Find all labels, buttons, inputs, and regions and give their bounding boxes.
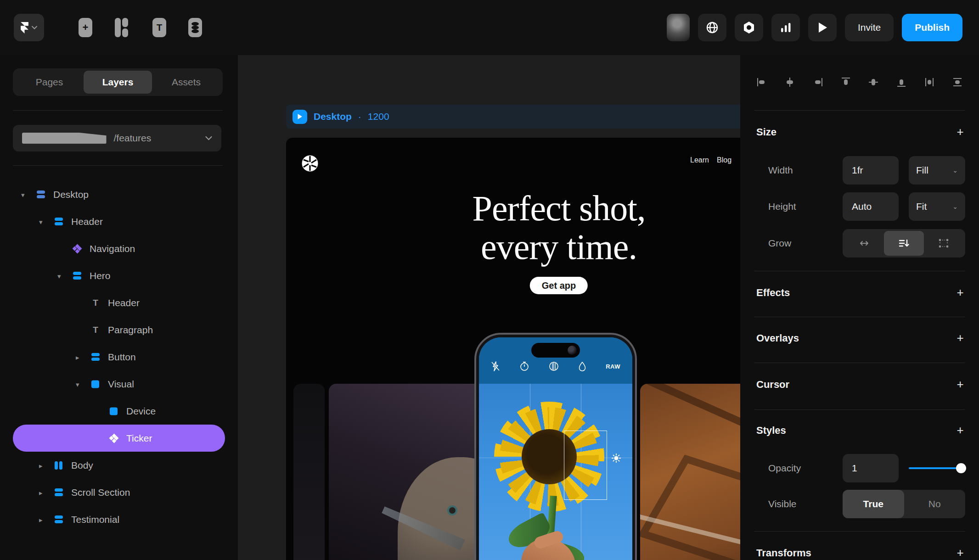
divider	[754, 110, 965, 111]
page-selector[interactable]: /features	[13, 125, 221, 151]
bird-eye-shape	[447, 505, 457, 515]
divider	[754, 317, 965, 317]
transforms-add-button[interactable]: +	[955, 548, 965, 558]
overlays-section-title: Overlays	[756, 332, 799, 344]
grow-segmented-control	[843, 229, 965, 258]
grow-horizontal-option[interactable]	[844, 231, 884, 256]
expand-chevron-icon[interactable]: ▾	[57, 272, 61, 279]
layer-row-scroll-section[interactable]: ▸ Scroll Section	[13, 479, 225, 506]
height-mode-select[interactable]: Fit⌄	[909, 192, 965, 221]
layer-row-paragraph[interactable]: T Paragraph	[13, 316, 225, 343]
publish-button[interactable]: Publish	[902, 14, 962, 41]
frame-preview-chip[interactable]	[293, 110, 307, 124]
left-sidebar: Pages Layers Assets /features ▾ Desktop …	[0, 55, 238, 560]
expand-chevron-icon[interactable]: ▾	[39, 218, 43, 225]
grow-label: Grow	[768, 238, 791, 249]
layout-tool-button[interactable]	[114, 18, 128, 37]
cms-tool-button[interactable]	[188, 18, 202, 37]
divider	[754, 531, 965, 532]
framer-menu-button[interactable]	[14, 14, 44, 41]
layer-row-visual[interactable]: ▾ Visual	[13, 370, 225, 398]
raw-toggle[interactable]: RAW	[606, 363, 620, 370]
align-center-vertical-icon[interactable]	[868, 77, 878, 87]
tab-assets[interactable]: Assets	[152, 71, 220, 94]
device-phone-mockup[interactable]: RAW	[474, 333, 637, 560]
ticker-image-edge[interactable]	[293, 384, 325, 560]
layer-row-ticker-selected[interactable]: Ticker	[13, 425, 225, 452]
grow-stack-option-selected[interactable]	[884, 231, 923, 256]
visible-toggle: True No	[843, 490, 965, 518]
expand-chevron-icon[interactable]: ▾	[21, 191, 25, 198]
preview-button[interactable]	[808, 14, 837, 41]
get-app-button[interactable]: Get app	[530, 277, 588, 294]
opacity-label: Opacity	[768, 463, 801, 474]
stack-layer-icon	[55, 488, 63, 497]
tab-layers[interactable]: Layers	[84, 71, 152, 94]
styles-add-button[interactable]: +	[955, 425, 965, 435]
layer-row-navigation[interactable]: Navigation	[13, 235, 225, 262]
expand-chevron-icon[interactable]: ▾	[76, 381, 79, 387]
user-avatar[interactable]	[667, 14, 690, 41]
align-left-icon[interactable]	[757, 77, 767, 87]
overlays-add-button[interactable]: +	[955, 333, 965, 343]
flash-off-icon[interactable]	[491, 361, 500, 371]
distribute-horizontal-icon[interactable]	[924, 77, 934, 87]
nav-link-learn[interactable]: Learn	[690, 156, 709, 164]
plugins-button[interactable]	[735, 14, 763, 41]
divider	[754, 409, 965, 410]
width-input[interactable]: 1fr	[843, 156, 899, 185]
layer-row-header[interactable]: ▾ Header	[13, 208, 225, 235]
align-top-icon[interactable]	[841, 77, 851, 87]
opacity-slider-knob[interactable]	[956, 463, 966, 473]
site-settings-button[interactable]	[698, 14, 726, 41]
size-add-button[interactable]: +	[955, 127, 965, 137]
water-drop-icon[interactable]	[578, 361, 586, 371]
frame-width-value: 1200	[368, 111, 389, 122]
layer-row-button[interactable]: ▸ Button	[13, 343, 225, 370]
effects-add-button[interactable]: +	[955, 287, 965, 297]
align-right-icon[interactable]	[813, 77, 823, 87]
layer-row-header-text[interactable]: T Header	[13, 289, 225, 316]
ticker-image-bird[interactable]	[329, 384, 485, 560]
layer-row-hero[interactable]: ▾ Hero	[13, 262, 225, 289]
collapsed-chevron-icon[interactable]: ▸	[39, 516, 43, 523]
layer-row-device[interactable]: Device	[13, 398, 225, 425]
stack-layer-icon	[91, 353, 100, 361]
divider	[754, 363, 965, 363]
grow-freeform-option[interactable]	[924, 231, 963, 256]
analytics-button[interactable]	[771, 14, 800, 41]
chevron-down-icon	[205, 136, 212, 140]
nav-link-blog[interactable]: Blog	[717, 156, 731, 164]
height-label: Height	[768, 201, 796, 212]
tab-pages[interactable]: Pages	[15, 71, 84, 94]
collapsed-chevron-icon[interactable]: ▸	[76, 353, 79, 360]
columns-layer-icon	[55, 461, 63, 470]
cursor-section-title: Cursor	[756, 379, 789, 391]
opacity-slider[interactable]	[909, 454, 965, 482]
frame-name[interactable]: Desktop	[314, 111, 352, 122]
text-tool-button[interactable]: T	[152, 18, 166, 37]
collapsed-chevron-icon[interactable]: ▸	[39, 489, 43, 496]
play-icon	[817, 22, 828, 34]
transforms-section-title: Transforms	[756, 547, 811, 559]
timer-icon[interactable]	[519, 361, 529, 371]
insert-tool-button[interactable]: +	[79, 18, 92, 37]
invite-button[interactable]: Invite	[845, 14, 894, 41]
height-input[interactable]: Auto	[843, 192, 899, 221]
exposure-sun-icon[interactable]	[611, 453, 621, 463]
filters-icon[interactable]	[549, 361, 559, 371]
width-mode-select[interactable]: Fill⌄	[909, 156, 965, 185]
layout-icon-right	[122, 18, 128, 37]
collapsed-chevron-icon[interactable]: ▸	[39, 462, 43, 469]
visible-true-option[interactable]: True	[843, 490, 904, 518]
align-center-horizontal-icon[interactable]	[785, 77, 795, 87]
layer-row-desktop[interactable]: ▾ Desktop	[13, 181, 225, 208]
layer-row-body[interactable]: ▸ Body	[13, 452, 225, 479]
visible-no-option[interactable]: No	[904, 490, 966, 518]
opacity-input[interactable]: 1	[843, 454, 899, 482]
align-bottom-icon[interactable]	[896, 77, 906, 87]
layer-row-testimonial[interactable]: ▸ Testimonial	[13, 506, 225, 533]
cursor-add-button[interactable]: +	[955, 379, 965, 389]
chevron-down-icon: ⌄	[952, 167, 958, 174]
distribute-vertical-icon[interactable]	[952, 77, 962, 87]
